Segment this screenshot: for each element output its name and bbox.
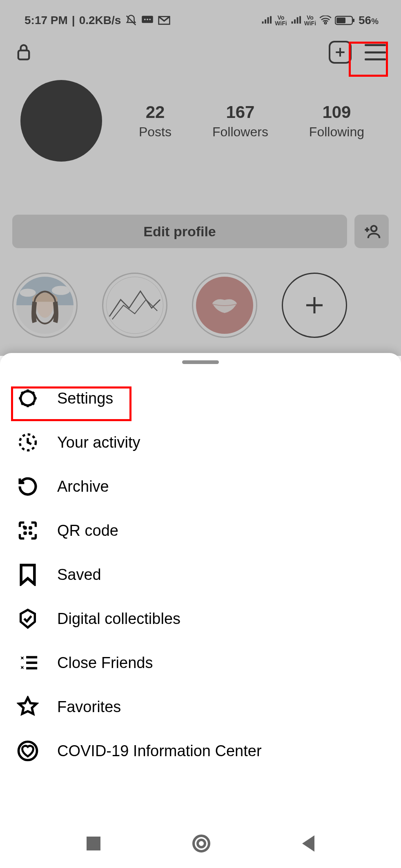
signal-icon-1 [261,16,272,25]
menu-label: Your activity [57,434,140,451]
sheet-grabber[interactable] [182,360,219,364]
activity-icon [16,431,39,454]
story-highlight-2[interactable] [102,273,167,338]
create-post-button[interactable] [329,41,352,64]
status-divider: | [72,14,75,27]
lock-icon[interactable] [16,43,31,61]
svg-rect-6 [336,18,345,23]
new-highlight-button[interactable] [282,273,347,338]
posts-stat[interactable]: 22 Posts [139,102,172,140]
svg-rect-8 [18,51,29,60]
svg-rect-23 [29,526,32,530]
sms-icon [141,15,154,26]
story-highlight-1[interactable] [12,273,78,338]
followers-count: 167 [212,102,268,122]
vowifi-icon-1: VoWiFi [275,15,287,26]
menu-bottom-sheet: Settings Your activity Archive QR code S… [0,353,401,819]
menu-label: Digital collectibles [57,610,180,628]
svg-point-19 [21,391,35,406]
posts-label: Posts [139,124,172,140]
edit-profile-label: Edit profile [143,224,216,240]
svg-point-2 [144,19,146,20]
status-net-speed: 0.2KB/s [79,14,121,27]
settings-icon [16,387,39,410]
following-count: 109 [309,102,364,122]
status-bar: 5:17 PM | 0.2KB/s VoWiFi VoWiFi [0,0,401,29]
followers-label: Followers [212,124,268,140]
menu-label: Saved [57,566,101,584]
collectibles-icon [16,607,39,630]
svg-point-4 [149,19,151,20]
favorites-icon [16,695,39,718]
menu-item-qr[interactable]: QR code [0,508,401,553]
menu-item-favorites[interactable]: Favorites [0,685,401,729]
covid-icon [16,739,39,762]
close-friends-icon [16,651,39,674]
profile-name [0,162,401,174]
svg-rect-24 [23,531,27,535]
saved-icon [16,563,39,586]
svg-rect-25 [29,531,32,535]
qr-icon [16,519,39,542]
menu-item-settings[interactable]: Settings [0,376,401,420]
gmail-icon [158,16,171,25]
svg-rect-22 [23,526,27,530]
posts-count: 22 [139,102,172,122]
discover-people-button[interactable] [354,215,389,248]
following-stat[interactable]: 109 Following [309,102,364,140]
svg-point-11 [371,226,377,231]
status-time: 5:17 PM [25,14,68,27]
story-highlight-3[interactable] [192,273,257,338]
profile-avatar[interactable] [20,80,102,162]
menu-item-activity[interactable]: Your activity [0,420,401,464]
menu-item-covid[interactable]: COVID-19 Information Center [0,729,401,773]
menu-label: Close Friends [57,654,153,672]
following-label: Following [309,124,364,140]
menu-item-collectibles[interactable]: Digital collectibles [0,597,401,641]
menu-item-saved[interactable]: Saved [0,553,401,597]
menu-label: Archive [57,478,109,495]
android-nav-bar [0,819,401,868]
archive-icon [16,475,39,498]
svg-point-3 [147,19,149,20]
menu-label: QR code [57,522,118,539]
nav-back-button[interactable] [302,835,314,852]
vowifi-icon-2: VoWiFi [304,15,316,26]
nav-recent-button[interactable] [87,837,100,850]
svg-point-15 [52,286,70,295]
menu-label: Settings [57,390,113,407]
followers-stat[interactable]: 167 Followers [212,102,268,140]
menu-label: COVID-19 Information Center [57,742,262,760]
hamburger-menu-button[interactable] [364,42,387,62]
edit-profile-button[interactable]: Edit profile [12,215,347,248]
svg-point-14 [20,289,36,297]
battery-pct: 56% [359,14,379,27]
menu-item-archive[interactable]: Archive [0,464,401,508]
menu-label: Favorites [57,698,121,716]
wifi-icon [319,16,332,25]
menu-item-close-friends[interactable]: Close Friends [0,641,401,685]
signal-icon-2 [290,16,301,25]
battery-icon [335,15,355,26]
nav-home-button[interactable] [192,835,210,852]
mute-icon [125,14,137,27]
svg-rect-7 [353,19,354,22]
